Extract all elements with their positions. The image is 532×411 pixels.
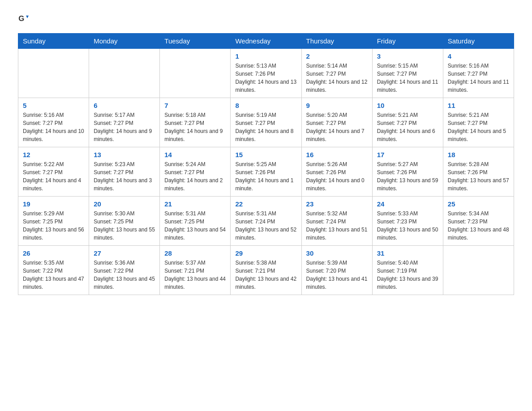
day-info: Sunrise: 5:19 AM Sunset: 7:27 PM Dayligh… xyxy=(235,111,296,143)
calendar-table: SundayMondayTuesdayWednesdayThursdayFrid… xyxy=(18,33,514,295)
day-info: Sunrise: 5:17 AM Sunset: 7:27 PM Dayligh… xyxy=(94,111,155,143)
day-of-week-header: Thursday xyxy=(301,34,372,49)
day-number: 27 xyxy=(94,249,155,257)
days-of-week-row: SundayMondayTuesdayWednesdayThursdayFrid… xyxy=(18,34,514,49)
day-number: 21 xyxy=(164,200,226,208)
day-number: 10 xyxy=(377,102,438,109)
calendar-day-cell: 28Sunrise: 5:37 AM Sunset: 7:21 PM Dayli… xyxy=(160,246,231,295)
day-info: Sunrise: 5:27 AM Sunset: 7:26 PM Dayligh… xyxy=(377,160,438,193)
calendar-day-cell: 16Sunrise: 5:26 AM Sunset: 7:26 PM Dayli… xyxy=(301,147,372,197)
calendar-day-cell: 2Sunrise: 5:14 AM Sunset: 7:27 PM Daylig… xyxy=(301,49,372,98)
day-of-week-header: Sunday xyxy=(18,34,89,49)
svg-marker-1 xyxy=(26,16,29,18)
page-header: G xyxy=(18,13,514,24)
day-number: 15 xyxy=(235,151,296,158)
calendar-day-cell: 31Sunrise: 5:40 AM Sunset: 7:19 PM Dayli… xyxy=(372,246,443,295)
day-number: 25 xyxy=(448,200,509,208)
day-info: Sunrise: 5:34 AM Sunset: 7:23 PM Dayligh… xyxy=(448,210,509,242)
day-number: 30 xyxy=(306,249,368,257)
day-number: 9 xyxy=(306,102,368,109)
calendar-day-cell: 29Sunrise: 5:38 AM Sunset: 7:21 PM Dayli… xyxy=(231,246,301,295)
day-info: Sunrise: 5:24 AM Sunset: 7:27 PM Dayligh… xyxy=(164,160,226,193)
day-info: Sunrise: 5:21 AM Sunset: 7:27 PM Dayligh… xyxy=(448,111,509,143)
svg-text:G: G xyxy=(18,14,24,23)
day-number: 26 xyxy=(23,249,84,257)
day-number: 24 xyxy=(377,200,438,208)
day-info: Sunrise: 5:15 AM Sunset: 7:27 PM Dayligh… xyxy=(377,62,438,94)
day-info: Sunrise: 5:37 AM Sunset: 7:21 PM Dayligh… xyxy=(164,259,226,291)
day-info: Sunrise: 5:18 AM Sunset: 7:27 PM Dayligh… xyxy=(164,111,226,143)
calendar-day-cell xyxy=(160,49,231,98)
day-of-week-header: Wednesday xyxy=(231,34,301,49)
day-number: 20 xyxy=(94,200,155,208)
day-number: 23 xyxy=(306,200,368,208)
day-number: 11 xyxy=(448,102,509,109)
day-info: Sunrise: 5:26 AM Sunset: 7:26 PM Dayligh… xyxy=(306,160,368,193)
calendar-day-cell: 30Sunrise: 5:39 AM Sunset: 7:20 PM Dayli… xyxy=(301,246,372,295)
day-info: Sunrise: 5:20 AM Sunset: 7:27 PM Dayligh… xyxy=(306,111,368,143)
calendar-week-row: 19Sunrise: 5:29 AM Sunset: 7:25 PM Dayli… xyxy=(18,197,514,246)
day-info: Sunrise: 5:31 AM Sunset: 7:25 PM Dayligh… xyxy=(164,210,226,242)
day-of-week-header: Monday xyxy=(89,34,160,49)
calendar-day-cell: 18Sunrise: 5:28 AM Sunset: 7:26 PM Dayli… xyxy=(443,147,514,197)
calendar-day-cell: 21Sunrise: 5:31 AM Sunset: 7:25 PM Dayli… xyxy=(160,197,231,246)
day-info: Sunrise: 5:36 AM Sunset: 7:22 PM Dayligh… xyxy=(94,259,155,291)
day-info: Sunrise: 5:13 AM Sunset: 7:26 PM Dayligh… xyxy=(235,62,296,94)
calendar-body: 1Sunrise: 5:13 AM Sunset: 7:26 PM Daylig… xyxy=(18,49,514,295)
calendar-day-cell: 19Sunrise: 5:29 AM Sunset: 7:25 PM Dayli… xyxy=(18,197,89,246)
day-number: 1 xyxy=(235,52,296,60)
calendar-week-row: 26Sunrise: 5:35 AM Sunset: 7:22 PM Dayli… xyxy=(18,246,514,295)
calendar-day-cell: 4Sunrise: 5:16 AM Sunset: 7:27 PM Daylig… xyxy=(443,49,514,98)
day-info: Sunrise: 5:16 AM Sunset: 7:27 PM Dayligh… xyxy=(23,111,84,143)
logo-icon: G xyxy=(18,13,29,24)
day-info: Sunrise: 5:28 AM Sunset: 7:26 PM Dayligh… xyxy=(448,160,509,193)
day-number: 5 xyxy=(23,102,84,109)
day-info: Sunrise: 5:35 AM Sunset: 7:22 PM Dayligh… xyxy=(23,259,84,291)
calendar-week-row: 5Sunrise: 5:16 AM Sunset: 7:27 PM Daylig… xyxy=(18,98,514,147)
calendar-day-cell: 9Sunrise: 5:20 AM Sunset: 7:27 PM Daylig… xyxy=(301,98,372,147)
calendar-day-cell xyxy=(443,246,514,295)
day-info: Sunrise: 5:25 AM Sunset: 7:26 PM Dayligh… xyxy=(235,160,296,193)
calendar-day-cell: 24Sunrise: 5:33 AM Sunset: 7:23 PM Dayli… xyxy=(372,197,443,246)
day-info: Sunrise: 5:23 AM Sunset: 7:27 PM Dayligh… xyxy=(94,160,155,193)
day-number: 13 xyxy=(94,151,155,158)
day-number: 8 xyxy=(235,102,296,109)
day-info: Sunrise: 5:32 AM Sunset: 7:24 PM Dayligh… xyxy=(306,210,368,242)
day-number: 31 xyxy=(377,249,438,257)
calendar-day-cell: 15Sunrise: 5:25 AM Sunset: 7:26 PM Dayli… xyxy=(231,147,301,197)
day-number: 16 xyxy=(306,151,368,158)
calendar-day-cell: 7Sunrise: 5:18 AM Sunset: 7:27 PM Daylig… xyxy=(160,98,231,147)
day-info: Sunrise: 5:22 AM Sunset: 7:27 PM Dayligh… xyxy=(23,160,84,193)
day-number: 18 xyxy=(448,151,509,158)
calendar-day-cell: 5Sunrise: 5:16 AM Sunset: 7:27 PM Daylig… xyxy=(18,98,89,147)
day-number: 29 xyxy=(235,249,296,257)
day-info: Sunrise: 5:33 AM Sunset: 7:23 PM Dayligh… xyxy=(377,210,438,242)
calendar-day-cell: 27Sunrise: 5:36 AM Sunset: 7:22 PM Dayli… xyxy=(89,246,160,295)
calendar-day-cell: 6Sunrise: 5:17 AM Sunset: 7:27 PM Daylig… xyxy=(89,98,160,147)
day-info: Sunrise: 5:29 AM Sunset: 7:25 PM Dayligh… xyxy=(23,210,84,242)
day-number: 7 xyxy=(164,102,226,109)
calendar-day-cell: 13Sunrise: 5:23 AM Sunset: 7:27 PM Dayli… xyxy=(89,147,160,197)
day-number: 12 xyxy=(23,151,84,158)
day-number: 6 xyxy=(94,102,155,109)
calendar-header: SundayMondayTuesdayWednesdayThursdayFrid… xyxy=(18,34,514,49)
day-info: Sunrise: 5:14 AM Sunset: 7:27 PM Dayligh… xyxy=(306,62,368,94)
calendar-day-cell: 14Sunrise: 5:24 AM Sunset: 7:27 PM Dayli… xyxy=(160,147,231,197)
day-number: 2 xyxy=(306,52,368,60)
calendar-day-cell: 25Sunrise: 5:34 AM Sunset: 7:23 PM Dayli… xyxy=(443,197,514,246)
day-of-week-header: Tuesday xyxy=(160,34,231,49)
day-info: Sunrise: 5:31 AM Sunset: 7:24 PM Dayligh… xyxy=(235,210,296,242)
calendar-day-cell: 26Sunrise: 5:35 AM Sunset: 7:22 PM Dayli… xyxy=(18,246,89,295)
day-number: 4 xyxy=(448,52,509,60)
day-number: 14 xyxy=(164,151,226,158)
calendar-day-cell xyxy=(18,49,89,98)
calendar-day-cell: 12Sunrise: 5:22 AM Sunset: 7:27 PM Dayli… xyxy=(18,147,89,197)
calendar-day-cell: 17Sunrise: 5:27 AM Sunset: 7:26 PM Dayli… xyxy=(372,147,443,197)
calendar-day-cell: 20Sunrise: 5:30 AM Sunset: 7:25 PM Dayli… xyxy=(89,197,160,246)
calendar-day-cell: 1Sunrise: 5:13 AM Sunset: 7:26 PM Daylig… xyxy=(231,49,301,98)
day-info: Sunrise: 5:16 AM Sunset: 7:27 PM Dayligh… xyxy=(448,62,509,94)
calendar-week-row: 1Sunrise: 5:13 AM Sunset: 7:26 PM Daylig… xyxy=(18,49,514,98)
day-info: Sunrise: 5:21 AM Sunset: 7:27 PM Dayligh… xyxy=(377,111,438,143)
calendar-day-cell: 3Sunrise: 5:15 AM Sunset: 7:27 PM Daylig… xyxy=(372,49,443,98)
calendar-day-cell: 22Sunrise: 5:31 AM Sunset: 7:24 PM Dayli… xyxy=(231,197,301,246)
